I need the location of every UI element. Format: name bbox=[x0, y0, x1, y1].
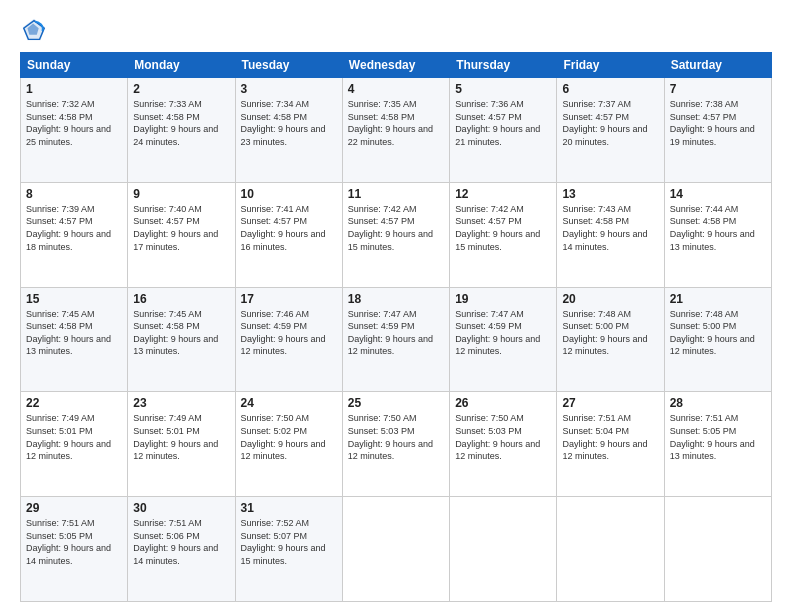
calendar-day-18: 18 Sunrise: 7:47 AMSunset: 4:59 PMDaylig… bbox=[342, 287, 449, 392]
weekday-header-friday: Friday bbox=[557, 53, 664, 78]
day-info: Sunrise: 7:50 AMSunset: 5:03 PMDaylight:… bbox=[455, 413, 540, 461]
calendar-day-3: 3 Sunrise: 7:34 AMSunset: 4:58 PMDayligh… bbox=[235, 78, 342, 183]
page: SundayMondayTuesdayWednesdayThursdayFrid… bbox=[0, 0, 792, 612]
calendar-day-29: 29 Sunrise: 7:51 AMSunset: 5:05 PMDaylig… bbox=[21, 497, 128, 602]
header bbox=[20, 16, 772, 44]
day-info: Sunrise: 7:47 AMSunset: 4:59 PMDaylight:… bbox=[455, 309, 540, 357]
calendar-week-3: 15 Sunrise: 7:45 AMSunset: 4:58 PMDaylig… bbox=[21, 287, 772, 392]
day-info: Sunrise: 7:45 AMSunset: 4:58 PMDaylight:… bbox=[133, 309, 218, 357]
calendar-day-9: 9 Sunrise: 7:40 AMSunset: 4:57 PMDayligh… bbox=[128, 182, 235, 287]
day-info: Sunrise: 7:52 AMSunset: 5:07 PMDaylight:… bbox=[241, 518, 326, 566]
day-info: Sunrise: 7:42 AMSunset: 4:57 PMDaylight:… bbox=[348, 204, 433, 252]
day-number: 1 bbox=[26, 82, 122, 96]
day-number: 27 bbox=[562, 396, 658, 410]
calendar-day-30: 30 Sunrise: 7:51 AMSunset: 5:06 PMDaylig… bbox=[128, 497, 235, 602]
day-number: 24 bbox=[241, 396, 337, 410]
day-info: Sunrise: 7:33 AMSunset: 4:58 PMDaylight:… bbox=[133, 99, 218, 147]
calendar-day-24: 24 Sunrise: 7:50 AMSunset: 5:02 PMDaylig… bbox=[235, 392, 342, 497]
calendar-day-19: 19 Sunrise: 7:47 AMSunset: 4:59 PMDaylig… bbox=[450, 287, 557, 392]
calendar-day-8: 8 Sunrise: 7:39 AMSunset: 4:57 PMDayligh… bbox=[21, 182, 128, 287]
day-info: Sunrise: 7:50 AMSunset: 5:03 PMDaylight:… bbox=[348, 413, 433, 461]
day-info: Sunrise: 7:51 AMSunset: 5:05 PMDaylight:… bbox=[670, 413, 755, 461]
day-number: 17 bbox=[241, 292, 337, 306]
empty-cell bbox=[450, 497, 557, 602]
day-number: 25 bbox=[348, 396, 444, 410]
day-number: 8 bbox=[26, 187, 122, 201]
day-number: 20 bbox=[562, 292, 658, 306]
day-number: 12 bbox=[455, 187, 551, 201]
day-number: 18 bbox=[348, 292, 444, 306]
weekday-header-thursday: Thursday bbox=[450, 53, 557, 78]
weekday-header-row: SundayMondayTuesdayWednesdayThursdayFrid… bbox=[21, 53, 772, 78]
day-number: 14 bbox=[670, 187, 766, 201]
day-number: 13 bbox=[562, 187, 658, 201]
day-number: 31 bbox=[241, 501, 337, 515]
day-info: Sunrise: 7:44 AMSunset: 4:58 PMDaylight:… bbox=[670, 204, 755, 252]
calendar-week-1: 1 Sunrise: 7:32 AMSunset: 4:58 PMDayligh… bbox=[21, 78, 772, 183]
day-info: Sunrise: 7:42 AMSunset: 4:57 PMDaylight:… bbox=[455, 204, 540, 252]
calendar-day-13: 13 Sunrise: 7:43 AMSunset: 4:58 PMDaylig… bbox=[557, 182, 664, 287]
day-info: Sunrise: 7:47 AMSunset: 4:59 PMDaylight:… bbox=[348, 309, 433, 357]
logo bbox=[20, 16, 52, 44]
weekday-header-wednesday: Wednesday bbox=[342, 53, 449, 78]
day-info: Sunrise: 7:45 AMSunset: 4:58 PMDaylight:… bbox=[26, 309, 111, 357]
weekday-header-sunday: Sunday bbox=[21, 53, 128, 78]
day-info: Sunrise: 7:34 AMSunset: 4:58 PMDaylight:… bbox=[241, 99, 326, 147]
calendar-day-11: 11 Sunrise: 7:42 AMSunset: 4:57 PMDaylig… bbox=[342, 182, 449, 287]
day-info: Sunrise: 7:51 AMSunset: 5:04 PMDaylight:… bbox=[562, 413, 647, 461]
calendar-day-14: 14 Sunrise: 7:44 AMSunset: 4:58 PMDaylig… bbox=[664, 182, 771, 287]
day-info: Sunrise: 7:51 AMSunset: 5:05 PMDaylight:… bbox=[26, 518, 111, 566]
calendar-day-10: 10 Sunrise: 7:41 AMSunset: 4:57 PMDaylig… bbox=[235, 182, 342, 287]
calendar-day-15: 15 Sunrise: 7:45 AMSunset: 4:58 PMDaylig… bbox=[21, 287, 128, 392]
day-info: Sunrise: 7:43 AMSunset: 4:58 PMDaylight:… bbox=[562, 204, 647, 252]
empty-cell bbox=[557, 497, 664, 602]
day-info: Sunrise: 7:48 AMSunset: 5:00 PMDaylight:… bbox=[562, 309, 647, 357]
calendar-week-2: 8 Sunrise: 7:39 AMSunset: 4:57 PMDayligh… bbox=[21, 182, 772, 287]
calendar-day-4: 4 Sunrise: 7:35 AMSunset: 4:58 PMDayligh… bbox=[342, 78, 449, 183]
day-number: 15 bbox=[26, 292, 122, 306]
day-info: Sunrise: 7:49 AMSunset: 5:01 PMDaylight:… bbox=[26, 413, 111, 461]
calendar-day-7: 7 Sunrise: 7:38 AMSunset: 4:57 PMDayligh… bbox=[664, 78, 771, 183]
calendar-day-31: 31 Sunrise: 7:52 AMSunset: 5:07 PMDaylig… bbox=[235, 497, 342, 602]
day-info: Sunrise: 7:48 AMSunset: 5:00 PMDaylight:… bbox=[670, 309, 755, 357]
calendar-day-1: 1 Sunrise: 7:32 AMSunset: 4:58 PMDayligh… bbox=[21, 78, 128, 183]
calendar-day-2: 2 Sunrise: 7:33 AMSunset: 4:58 PMDayligh… bbox=[128, 78, 235, 183]
day-number: 28 bbox=[670, 396, 766, 410]
calendar-table: SundayMondayTuesdayWednesdayThursdayFrid… bbox=[20, 52, 772, 602]
calendar-day-25: 25 Sunrise: 7:50 AMSunset: 5:03 PMDaylig… bbox=[342, 392, 449, 497]
calendar-week-4: 22 Sunrise: 7:49 AMSunset: 5:01 PMDaylig… bbox=[21, 392, 772, 497]
day-info: Sunrise: 7:36 AMSunset: 4:57 PMDaylight:… bbox=[455, 99, 540, 147]
calendar-day-28: 28 Sunrise: 7:51 AMSunset: 5:05 PMDaylig… bbox=[664, 392, 771, 497]
day-info: Sunrise: 7:51 AMSunset: 5:06 PMDaylight:… bbox=[133, 518, 218, 566]
day-info: Sunrise: 7:35 AMSunset: 4:58 PMDaylight:… bbox=[348, 99, 433, 147]
day-number: 11 bbox=[348, 187, 444, 201]
calendar-day-17: 17 Sunrise: 7:46 AMSunset: 4:59 PMDaylig… bbox=[235, 287, 342, 392]
calendar-day-23: 23 Sunrise: 7:49 AMSunset: 5:01 PMDaylig… bbox=[128, 392, 235, 497]
weekday-header-monday: Monday bbox=[128, 53, 235, 78]
day-number: 2 bbox=[133, 82, 229, 96]
weekday-header-tuesday: Tuesday bbox=[235, 53, 342, 78]
calendar-day-6: 6 Sunrise: 7:37 AMSunset: 4:57 PMDayligh… bbox=[557, 78, 664, 183]
day-number: 7 bbox=[670, 82, 766, 96]
day-info: Sunrise: 7:46 AMSunset: 4:59 PMDaylight:… bbox=[241, 309, 326, 357]
day-number: 19 bbox=[455, 292, 551, 306]
day-info: Sunrise: 7:39 AMSunset: 4:57 PMDaylight:… bbox=[26, 204, 111, 252]
day-info: Sunrise: 7:37 AMSunset: 4:57 PMDaylight:… bbox=[562, 99, 647, 147]
calendar-day-20: 20 Sunrise: 7:48 AMSunset: 5:00 PMDaylig… bbox=[557, 287, 664, 392]
day-number: 29 bbox=[26, 501, 122, 515]
empty-cell bbox=[664, 497, 771, 602]
day-number: 4 bbox=[348, 82, 444, 96]
day-info: Sunrise: 7:50 AMSunset: 5:02 PMDaylight:… bbox=[241, 413, 326, 461]
day-number: 26 bbox=[455, 396, 551, 410]
day-number: 3 bbox=[241, 82, 337, 96]
logo-icon bbox=[20, 16, 48, 44]
day-info: Sunrise: 7:41 AMSunset: 4:57 PMDaylight:… bbox=[241, 204, 326, 252]
day-number: 5 bbox=[455, 82, 551, 96]
day-number: 10 bbox=[241, 187, 337, 201]
day-number: 22 bbox=[26, 396, 122, 410]
calendar-day-21: 21 Sunrise: 7:48 AMSunset: 5:00 PMDaylig… bbox=[664, 287, 771, 392]
day-number: 6 bbox=[562, 82, 658, 96]
weekday-header-saturday: Saturday bbox=[664, 53, 771, 78]
calendar-day-12: 12 Sunrise: 7:42 AMSunset: 4:57 PMDaylig… bbox=[450, 182, 557, 287]
calendar-day-22: 22 Sunrise: 7:49 AMSunset: 5:01 PMDaylig… bbox=[21, 392, 128, 497]
